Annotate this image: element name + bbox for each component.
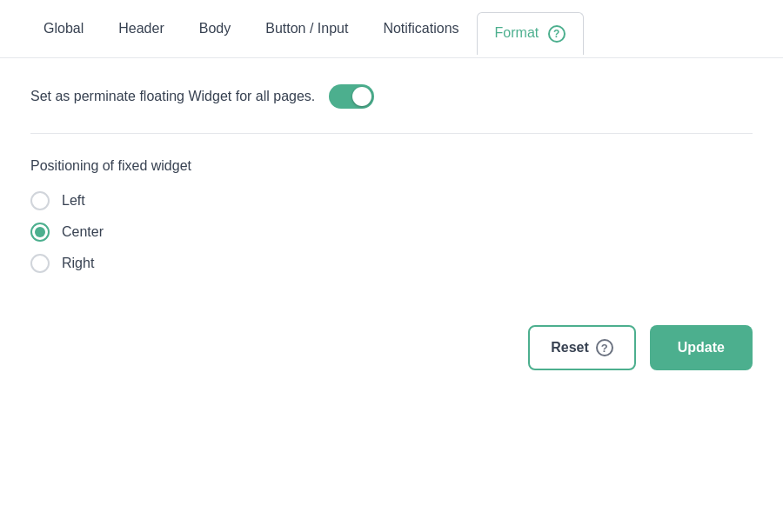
positioning-radio-group: Left Center Right — [30, 191, 753, 273]
tab-bar: Global Header Body Button / Input Notifi… — [0, 0, 783, 58]
radio-label-left: Left — [62, 193, 85, 209]
reset-help-icon: ? — [596, 339, 613, 356]
toggle-row: Set as perminate floating Widget for all… — [30, 84, 753, 109]
positioning-title: Positioning of fixed widget — [30, 158, 753, 174]
content-area: Set as perminate floating Widget for all… — [0, 58, 783, 396]
tab-notifications[interactable]: Notifications — [365, 0, 476, 57]
radio-circle-right — [30, 254, 50, 273]
positioning-section: Positioning of fixed widget Left Center … — [30, 158, 753, 273]
radio-item-center[interactable]: Center — [30, 223, 753, 242]
tab-button-input[interactable]: Button / Input — [248, 0, 365, 57]
tab-global[interactable]: Global — [26, 0, 101, 57]
main-container: Global Header Body Button / Input Notifi… — [0, 0, 783, 532]
radio-item-right[interactable]: Right — [30, 254, 753, 273]
tab-body[interactable]: Body — [182, 0, 248, 57]
toggle-label: Set as perminate floating Widget for all… — [30, 89, 315, 104]
reset-button[interactable]: Reset ? — [528, 325, 636, 370]
bottom-actions: Reset ? Update — [30, 325, 753, 370]
radio-circle-center — [30, 223, 50, 242]
update-button[interactable]: Update — [650, 325, 753, 370]
format-help-icon: ? — [548, 25, 566, 43]
section-divider — [30, 133, 753, 134]
radio-label-center: Center — [62, 224, 104, 240]
reset-label: Reset — [551, 340, 589, 356]
radio-label-right: Right — [62, 256, 94, 271]
tab-format[interactable]: Format ? — [477, 12, 584, 55]
floating-widget-toggle[interactable] — [329, 84, 374, 109]
tab-header[interactable]: Header — [101, 0, 181, 57]
toggle-thumb — [352, 87, 371, 106]
radio-circle-left — [30, 191, 50, 210]
radio-item-left[interactable]: Left — [30, 191, 753, 210]
tab-format-label: Format — [495, 25, 539, 40]
